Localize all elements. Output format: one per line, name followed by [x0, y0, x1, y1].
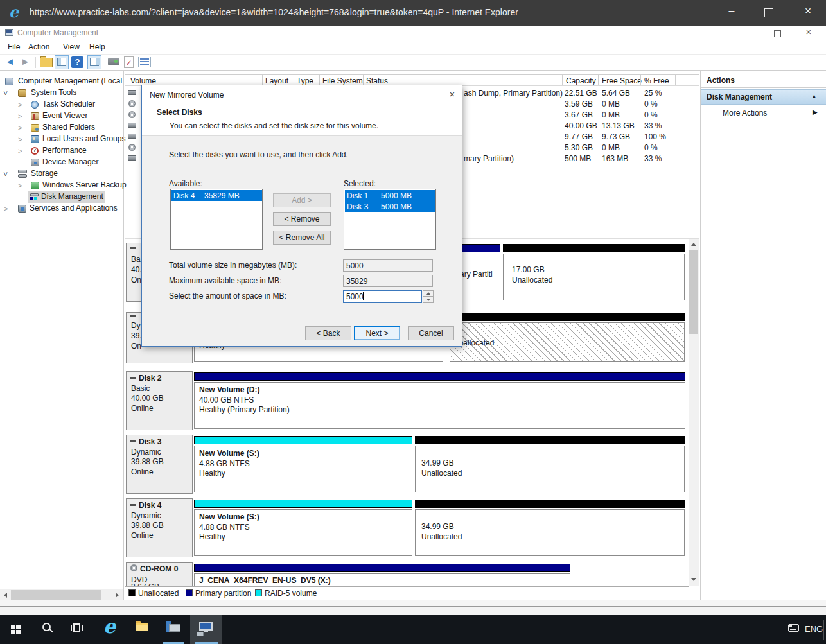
menu-action[interactable]: Action: [28, 42, 49, 51]
remove-all-button[interactable]: < Remove All: [273, 231, 331, 245]
chevron-collapsed-icon[interactable]: >: [18, 124, 22, 132]
menu-help[interactable]: Help: [89, 42, 105, 51]
ie-close-button[interactable]: ×: [801, 4, 815, 18]
tree-item-performance[interactable]: Performance: [42, 146, 87, 155]
volume-free-space[interactable]: 0 MB: [602, 110, 620, 119]
menu-file[interactable]: File: [8, 42, 20, 51]
volume-pct-free[interactable]: 25 %: [644, 89, 662, 98]
back-button[interactable]: < Back: [305, 326, 351, 340]
scroll-left-icon[interactable]: [4, 593, 7, 598]
expand-arrow-icon[interactable]: ▶: [813, 109, 818, 116]
volume-pct-free[interactable]: 0 %: [644, 100, 658, 109]
column-layout[interactable]: Layout: [265, 76, 288, 85]
internet-explorer-taskbar-icon[interactable]: e: [103, 615, 116, 638]
volume-pct-free[interactable]: 100 %: [644, 132, 666, 141]
scrollbar-thumb[interactable]: [689, 250, 698, 334]
column-capacity[interactable]: Capacity: [566, 76, 596, 85]
scrollbar-thumb[interactable]: [11, 590, 101, 600]
add-button[interactable]: Add >: [273, 193, 331, 207]
chevron-collapsed-icon[interactable]: >: [18, 147, 22, 155]
cancel-button[interactable]: Cancel: [408, 326, 454, 340]
cm-minimize-button[interactable]: –: [744, 27, 757, 37]
available-item-disk4[interactable]: Disk 4 35829 MB: [171, 190, 262, 201]
tree-item-device-manager[interactable]: Device Manager: [42, 157, 98, 166]
menu-view[interactable]: View: [63, 42, 80, 51]
tree-item-windows-server-backup[interactable]: Windows Server Backup: [42, 180, 127, 189]
tree-item-task-scheduler[interactable]: Task Scheduler: [42, 100, 95, 109]
spinner-up-button[interactable]: [423, 290, 434, 297]
remote-view-icon[interactable]: [108, 58, 119, 65]
collapse-arrow-icon[interactable]: ▲: [811, 93, 817, 100]
volume-pct-free[interactable]: 33 %: [644, 154, 662, 163]
amount-input[interactable]: 5000: [343, 290, 422, 303]
volume-capacity[interactable]: 5.30 GB: [565, 143, 593, 152]
column-file-system[interactable]: File System: [322, 76, 363, 85]
volume-pct-free[interactable]: 0 %: [644, 110, 658, 119]
start-icon[interactable]: [11, 625, 21, 634]
chevron-expanded-icon[interactable]: >: [2, 91, 10, 95]
tree-item-shared-folders[interactable]: Shared Folders: [42, 123, 95, 132]
chevron-collapsed-icon[interactable]: >: [18, 101, 22, 109]
available-listbox[interactable]: Disk 4 35829 MB: [170, 189, 263, 250]
chevron-expanded-icon[interactable]: >: [2, 172, 10, 176]
scroll-right-icon[interactable]: [116, 593, 119, 598]
task-list-icon[interactable]: [138, 57, 151, 67]
spinner-down-button[interactable]: [423, 297, 434, 303]
volume-capacity[interactable]: 3.67 GB: [565, 110, 593, 119]
task-view-icon[interactable]: [73, 623, 80, 632]
forward-arrow-icon[interactable]: ►: [21, 56, 30, 67]
back-arrow-icon[interactable]: ◄: [5, 56, 15, 67]
tree-item-services-applications[interactable]: Services and Applications: [30, 204, 118, 213]
up-folder-icon[interactable]: [40, 58, 53, 67]
volume-free-space[interactable]: 13.13 GB: [602, 121, 635, 130]
chevron-collapsed-icon[interactable]: >: [4, 205, 8, 213]
column-volume[interactable]: Volume: [130, 76, 156, 85]
volume-capacity[interactable]: 40.00 GB: [565, 121, 597, 130]
volume-free-space[interactable]: 0 MB: [602, 143, 620, 152]
volume-free-space[interactable]: 5.64 GB: [602, 89, 630, 98]
volume-free-space[interactable]: 163 MB: [602, 154, 628, 163]
scroll-up-icon[interactable]: [691, 243, 696, 246]
computer-management-taskbar-tile[interactable]: [190, 615, 222, 644]
tree-item-local-users-groups[interactable]: Local Users and Groups: [42, 134, 125, 143]
cm-maximize-button[interactable]: [774, 30, 781, 37]
volume-pct-free[interactable]: 0 %: [644, 143, 658, 152]
volume-capacity[interactable]: 500 MB: [565, 154, 591, 163]
tree-item-storage[interactable]: Storage: [31, 169, 58, 178]
column-status[interactable]: Status: [366, 76, 388, 85]
disk-area-scrollbar[interactable]: [689, 239, 699, 586]
actions-group-disk-management[interactable]: Disk Management ▲: [701, 89, 826, 105]
column-type[interactable]: Type: [297, 76, 313, 85]
volume-capacity[interactable]: 22.51 GB: [565, 89, 597, 98]
column-free-space[interactable]: Free Space: [602, 76, 642, 85]
selected-listbox[interactable]: Disk 1 5000 MB Disk 3 5000 MB: [344, 189, 436, 250]
tree-item-event-viewer[interactable]: Event Viewer: [42, 111, 87, 120]
selected-item-disk1[interactable]: Disk 1 5000 MB: [345, 190, 435, 201]
volume-pct-free[interactable]: 33 %: [644, 121, 662, 130]
ie-minimize-button[interactable]: –: [725, 5, 739, 17]
remove-button[interactable]: < Remove: [273, 212, 331, 226]
tree-horizontal-scrollbar[interactable]: [0, 589, 123, 600]
chevron-collapsed-icon[interactable]: >: [18, 112, 22, 120]
console-tree-toggle-icon[interactable]: [55, 55, 69, 69]
scroll-down-icon[interactable]: [691, 578, 696, 581]
volume-capacity[interactable]: 9.77 GB: [565, 132, 593, 141]
keyboard-icon[interactable]: [788, 624, 799, 632]
volume-capacity[interactable]: 3.59 GB: [565, 100, 593, 109]
language-indicator[interactable]: ENG: [805, 624, 823, 634]
server-manager-icon[interactable]: [169, 624, 180, 632]
chevron-collapsed-icon[interactable]: >: [18, 135, 22, 143]
tree-item-disk-management[interactable]: Disk Management: [41, 192, 103, 201]
selected-item-disk3[interactable]: Disk 3 5000 MB: [345, 201, 435, 212]
volume-free-space[interactable]: 0 MB: [602, 100, 620, 109]
actions-more-actions[interactable]: More Actions ▶: [701, 106, 826, 120]
cm-close-button[interactable]: ×: [802, 26, 815, 37]
check-document-icon[interactable]: ✓: [124, 56, 134, 68]
ie-maximize-button[interactable]: [764, 8, 773, 17]
help-icon[interactable]: ?: [71, 56, 83, 68]
action-pane-toggle-icon[interactable]: [87, 55, 101, 69]
tree-item-computer-management[interactable]: Computer Management (Local: [18, 76, 122, 85]
chevron-collapsed-icon[interactable]: >: [18, 182, 22, 189]
column-pct-free[interactable]: % Free: [644, 76, 669, 85]
next-button[interactable]: Next >: [354, 326, 400, 340]
